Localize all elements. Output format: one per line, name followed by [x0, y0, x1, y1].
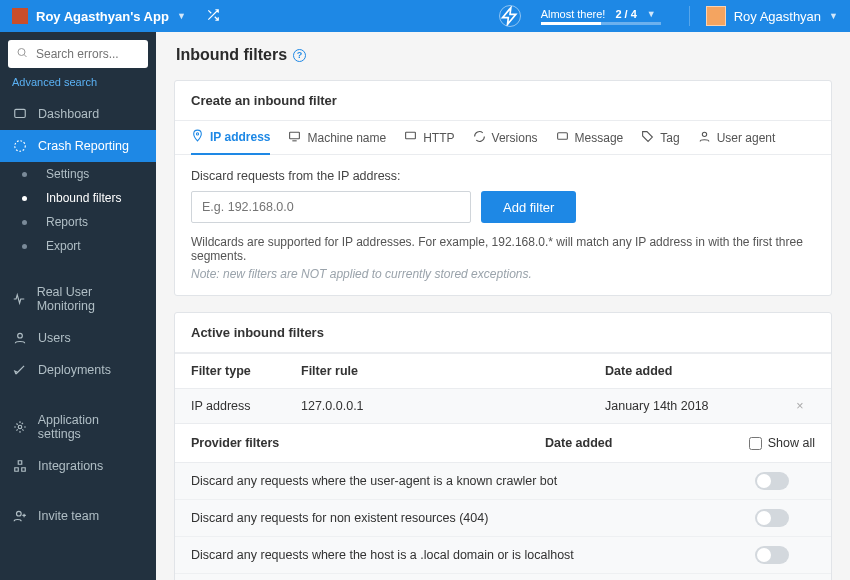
- toggle[interactable]: [755, 472, 789, 490]
- message-icon: [556, 130, 569, 146]
- col-date-added: Date added: [605, 364, 785, 378]
- crash-icon: [12, 139, 28, 153]
- add-filter-button[interactable]: Add filter: [481, 191, 576, 223]
- sidebar-item-crash-reporting[interactable]: Crash Reporting: [0, 130, 156, 162]
- sidebar-item-users[interactable]: Users: [0, 322, 156, 354]
- svg-point-3: [18, 333, 23, 338]
- ip-address-input[interactable]: [191, 191, 471, 223]
- svg-rect-7: [290, 132, 300, 139]
- app-icon: [12, 8, 28, 24]
- provider-row: Discard any requests where the host is a…: [175, 537, 831, 574]
- show-all-input[interactable]: [749, 437, 762, 450]
- col-filter-type: Filter type: [191, 364, 301, 378]
- sidebar-item-invite-team[interactable]: Invite team: [0, 500, 156, 532]
- svg-rect-1: [15, 109, 26, 117]
- avatar: [706, 6, 726, 26]
- cell-type: IP address: [191, 399, 301, 413]
- svg-point-10: [702, 132, 706, 136]
- advanced-search-link[interactable]: Advanced search: [0, 76, 156, 98]
- sidebar-item-inbound-filters[interactable]: Inbound filters: [0, 186, 156, 210]
- delete-button[interactable]: ×: [785, 399, 815, 413]
- app-switcher[interactable]: Roy Agasthyan's App ▼: [12, 8, 220, 25]
- table-row: IP address 127.0.0.0.1 January 14th 2018…: [175, 389, 831, 424]
- sidebar-item-integrations[interactable]: Integrations: [0, 450, 156, 482]
- sidebar-item-dashboard[interactable]: Dashboard: [0, 98, 156, 130]
- monitor-icon: [288, 130, 301, 146]
- svg-rect-9: [557, 132, 567, 139]
- add-user-icon: [12, 509, 28, 523]
- help-icon[interactable]: ?: [293, 49, 306, 62]
- filter-note: Note: new filters are NOT applied to cur…: [191, 267, 815, 281]
- sidebar-item-app-settings[interactable]: Application settings: [0, 404, 156, 450]
- sidebar-item-reports[interactable]: Reports: [0, 210, 156, 234]
- shuffle-icon[interactable]: [206, 8, 220, 25]
- progress-count: 2 / 4: [615, 8, 636, 20]
- rocket-icon: [12, 363, 28, 377]
- pulse-icon: [12, 292, 27, 306]
- cell-date: January 14th 2018: [605, 399, 785, 413]
- active-filters-card: Active inbound filters Filter type Filte…: [174, 312, 832, 580]
- sidebar-item-export[interactable]: Export: [0, 234, 156, 258]
- provider-row: Discard any requests for non existent re…: [175, 500, 831, 537]
- tab-tag[interactable]: Tag: [641, 121, 679, 154]
- pin-icon: [191, 129, 204, 145]
- search-input[interactable]: [8, 40, 148, 68]
- table-header: Filter type Filter rule Date added: [175, 353, 831, 389]
- provider-row: Discard any requests where the user-agen…: [175, 463, 831, 500]
- tab-versions[interactable]: Versions: [473, 121, 538, 154]
- gear-icon: [12, 420, 28, 434]
- tag-icon: [641, 130, 654, 146]
- toggle[interactable]: [755, 546, 789, 564]
- toggle[interactable]: [755, 509, 789, 527]
- progress-bar: [541, 22, 661, 25]
- cell-rule: 127.0.0.0.1: [301, 399, 605, 413]
- users-icon: [12, 331, 28, 345]
- field-label: Discard requests from the IP address:: [191, 169, 815, 183]
- globe-icon: [404, 130, 417, 146]
- tab-machine-name[interactable]: Machine name: [288, 121, 386, 154]
- dashboard-icon: [12, 107, 28, 121]
- app-name: Roy Agasthyan's App: [36, 9, 169, 24]
- chevron-down-icon: ▼: [829, 11, 838, 21]
- svg-point-4: [18, 425, 22, 429]
- provider-filters-label: Provider filters: [191, 436, 545, 450]
- provider-row: JavaScript: Discard any errors where no …: [175, 574, 831, 580]
- sidebar-item-deployments[interactable]: Deployments: [0, 354, 156, 386]
- show-all-checkbox[interactable]: Show all: [725, 436, 815, 450]
- tab-http[interactable]: HTTP: [404, 121, 454, 154]
- col-filter-rule: Filter rule: [301, 364, 605, 378]
- wildcard-hint: Wildcards are supported for IP addresses…: [191, 235, 815, 263]
- bolt-icon[interactable]: [499, 5, 521, 27]
- page-title: Inbound filters: [176, 46, 287, 64]
- sidebar-item-rum[interactable]: Real User Monitoring: [0, 276, 156, 322]
- create-filter-card: Create an inbound filter IP address Mach…: [174, 80, 832, 296]
- chevron-down-icon: ▼: [177, 11, 186, 21]
- tab-message[interactable]: Message: [556, 121, 624, 154]
- card-header: Create an inbound filter: [175, 81, 831, 121]
- sidebar: Advanced search Dashboard Crash Reportin…: [0, 32, 156, 580]
- search-icon: [16, 47, 28, 62]
- onboarding-progress[interactable]: Almost there! 2 / 4 ▼: [541, 8, 661, 25]
- card-header: Active inbound filters: [175, 313, 831, 353]
- topbar: Roy Agasthyan's App ▼ Almost there! 2 / …: [0, 0, 850, 32]
- svg-point-5: [17, 511, 22, 516]
- tab-ip-address[interactable]: IP address: [191, 121, 270, 155]
- chevron-down-icon: ▼: [647, 9, 656, 19]
- filter-tabs: IP address Machine name HTTP Versions Me…: [175, 121, 831, 155]
- sidebar-item-settings[interactable]: Settings: [0, 162, 156, 186]
- tab-user-agent[interactable]: User agent: [698, 121, 776, 154]
- progress-label: Almost there!: [541, 8, 606, 20]
- svg-point-2: [15, 141, 26, 152]
- svg-point-6: [196, 133, 198, 135]
- plugin-icon: [12, 459, 28, 473]
- provider-filters-header: Provider filters Date added Show all: [175, 424, 831, 463]
- user-name: Roy Agasthyan: [734, 9, 821, 24]
- svg-point-0: [18, 49, 25, 56]
- refresh-icon: [473, 130, 486, 146]
- svg-rect-8: [406, 132, 416, 139]
- user-menu[interactable]: Roy Agasthyan ▼: [689, 6, 838, 26]
- user-icon: [698, 130, 711, 146]
- col-date-added: Date added: [545, 436, 725, 450]
